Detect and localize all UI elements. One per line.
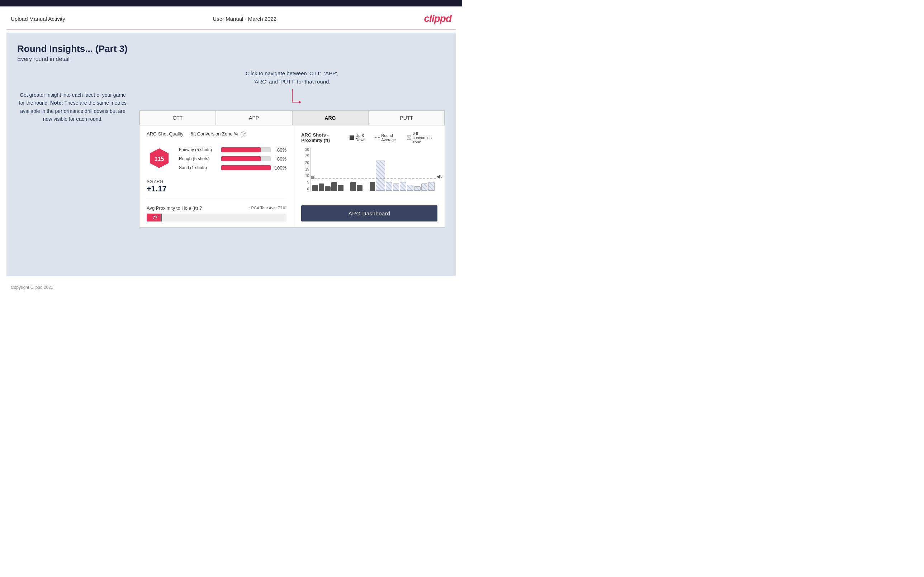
tabs-row: OTT APP ARG PUTT	[139, 110, 444, 126]
bar-fairway-label: Fairway (5 shots)	[179, 147, 218, 152]
section-titles: ARG Shot Quality 6ft Conversion Zone % ?	[147, 131, 286, 142]
svg-marker-0	[299, 100, 301, 104]
chart-bar-2	[319, 184, 325, 190]
content-row: Get greater insight into each facet of y…	[17, 69, 445, 227]
pga-avg: ↑ PGA Tour Avg: 7'10"	[248, 206, 286, 210]
help-icon[interactable]: ?	[241, 132, 246, 137]
chart-container: 30 25 20 15 10 5 0	[301, 148, 438, 202]
annotation-area: Click to navigate between 'OTT', 'APP','…	[139, 69, 445, 106]
bars-container	[311, 148, 436, 191]
bar-fairway-fill	[221, 147, 261, 152]
tab-arg[interactable]: ARG	[292, 110, 368, 125]
chart-bar-hatch-4	[407, 185, 414, 191]
proximity-cursor	[162, 214, 162, 221]
upload-activity-label: Upload Manual Activity	[11, 16, 65, 22]
main-content: Round Insights... (Part 3) Every round i…	[6, 32, 456, 276]
chart-header: ARG Shots - Proximity (ft) Up & Down Rou…	[301, 131, 438, 144]
chart-bars-area: ◀ 8	[310, 148, 436, 191]
chart-bar-3	[325, 186, 331, 191]
tab-putt[interactable]: PUTT	[368, 110, 444, 125]
card-left-section: ARG Shot Quality 6ft Conversion Zone % ?	[139, 126, 294, 227]
proximity-header: Avg Proximity to Hole (ft) ? ↑ PGA Tour …	[147, 205, 286, 211]
arrow-icon	[281, 89, 303, 106]
page-title: Round Insights... (Part 3)	[17, 44, 445, 55]
legend-up-down: Up & Down	[350, 133, 368, 142]
proximity-title: Avg Proximity to Hole (ft) ?	[147, 205, 202, 211]
tab-ott[interactable]: OTT	[139, 110, 216, 125]
bar-rough-fill	[221, 156, 261, 161]
user-manual-label: User Manual - March 2022	[213, 16, 276, 22]
ref-dot	[311, 176, 315, 179]
bar-sand-track	[221, 165, 271, 170]
chart-bar-hatch-2	[393, 184, 399, 190]
chart-bar-8	[357, 185, 362, 191]
ref-value: ◀ 8	[436, 174, 443, 179]
legend-round-avg-label: Round Average	[381, 133, 401, 142]
bar-rough-label: Rough (5 shots)	[179, 156, 218, 161]
proximity-bar-fill: 77'	[147, 214, 161, 221]
bar-fairway-pct: 80%	[274, 147, 286, 153]
copyright-text: Copyright Clippd 2021	[11, 285, 53, 290]
note-highlight: Note:	[50, 100, 63, 106]
legend-up-down-label: Up & Down	[355, 133, 368, 142]
left-side: Get greater insight into each facet of y…	[17, 69, 128, 227]
bar-rough: Rough (5 shots) 80%	[179, 156, 286, 162]
sg-value: +1.17	[147, 184, 286, 193]
hex-score: 115	[147, 147, 172, 172]
header-divider	[6, 29, 456, 30]
card-right-section: ARG Shots - Proximity (ft) Up & Down Rou…	[294, 126, 444, 227]
legend-round-avg: Round Average	[375, 133, 401, 142]
arg-shot-quality-title: ARG Shot Quality	[147, 131, 184, 137]
y-tick-20: 20	[305, 161, 309, 165]
bar-rough-pct: 80%	[274, 156, 286, 162]
card-panel: OTT APP ARG PUTT ARG Shot Quality 6ft Co…	[139, 110, 445, 227]
proximity-bar-track: 77'	[147, 214, 286, 221]
ref-label: 8	[440, 174, 443, 179]
ref-arrow-icon: ◀	[436, 174, 440, 179]
chart-bar-hatch-tall	[376, 161, 385, 191]
chart-bar-4	[331, 182, 337, 191]
bars-section: Fairway (5 shots) 80% Rough (5 shots)	[179, 147, 286, 174]
proximity-value: 77'	[153, 215, 158, 220]
chart-title: ARG Shots - Proximity (ft)	[301, 132, 344, 143]
chart-bar-10	[370, 182, 375, 191]
legend-square-icon	[350, 135, 354, 140]
bar-sand-pct: 100%	[274, 165, 286, 171]
conversion-zone-title: 6ft Conversion Zone % ?	[191, 131, 247, 137]
chart-bar-hatch-6	[421, 184, 428, 190]
chart-bar-7	[350, 182, 356, 191]
legend-conversion-label: 6 ft conversion zone	[413, 131, 438, 144]
svg-text:115: 115	[155, 156, 164, 162]
bar-fairway: Fairway (5 shots) 80%	[179, 147, 286, 153]
top-bar	[0, 0, 462, 6]
card-body: ARG Shot Quality 6ft Conversion Zone % ?	[139, 126, 444, 227]
sg-section: SG ARG +1.17	[147, 179, 286, 193]
logo: clippd	[424, 13, 451, 24]
sg-label: SG ARG	[147, 179, 286, 184]
bar-sand: Sand (1 shots) 100%	[179, 165, 286, 171]
bar-fairway-track	[221, 147, 271, 152]
annotation-text: Click to navigate between 'OTT', 'APP','…	[246, 69, 338, 85]
left-note: Get greater insight into each facet of y…	[17, 91, 128, 123]
chart-bar-hatch-3	[400, 182, 406, 191]
y-tick-0: 0	[307, 187, 309, 191]
chart-bar-hatch-5	[414, 186, 421, 191]
y-tick-10: 10	[305, 174, 309, 178]
y-axis: 30 25 20 15 10 5 0	[301, 148, 309, 191]
proximity-section: Avg Proximity to Hole (ft) ? ↑ PGA Tour …	[147, 200, 286, 221]
arg-dashboard-button[interactable]: ARG Dashboard	[301, 205, 438, 221]
legend-hatch-icon	[407, 135, 411, 140]
proximity-help-icon[interactable]: ?	[199, 205, 202, 211]
footer: Copyright Clippd 2021	[0, 279, 462, 296]
chart-bar-hatch-1	[386, 182, 392, 191]
tab-app[interactable]: APP	[216, 110, 292, 125]
y-tick-15: 15	[305, 168, 309, 171]
chart-bar-5	[338, 185, 344, 191]
left-note-text: Get greater insight into each facet of y…	[19, 92, 126, 122]
bar-sand-label: Sand (1 shots)	[179, 165, 218, 170]
y-tick-5: 5	[307, 180, 309, 184]
legend-dash-icon	[375, 137, 380, 138]
page-subtitle: Every round in detail	[17, 56, 445, 62]
y-tick-30: 30	[305, 148, 309, 152]
y-tick-25: 25	[305, 154, 309, 158]
